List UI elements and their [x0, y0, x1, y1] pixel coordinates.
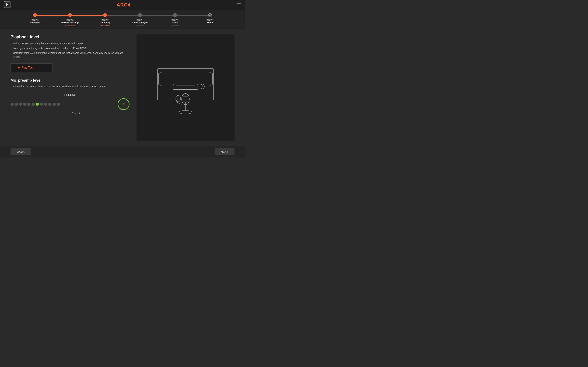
left-panel: Playback level Make sure you are in a qu… [10, 34, 137, 141]
step-number-2: STEP 2 [61, 19, 79, 21]
mic-preamp-title: Mic preamp level [10, 78, 130, 83]
step-name-4: Room Analysis [132, 21, 148, 24]
level-dot-9 [44, 103, 47, 106]
step-name-5: Save [172, 21, 179, 24]
level-dot-8 [40, 103, 43, 106]
step-status-4: Pending [132, 24, 148, 26]
play-test-button[interactable]: Play Test [10, 63, 52, 72]
setup-illustration [149, 58, 222, 117]
back-button[interactable]: BACK [10, 148, 31, 155]
mic-preamp-bullet: Adjust the Mic preamp level so that the … [10, 85, 130, 88]
svg-rect-2 [6, 3, 7, 6]
step-number-6: STEP 6 [207, 19, 214, 21]
play-icon [18, 67, 20, 69]
header: ARC4 [0, 0, 245, 10]
input-level-section: Input Level OK Correct [10, 93, 130, 115]
step-number-1: STEP 1 [30, 19, 40, 21]
step-name-3: Mic Setup [100, 21, 110, 24]
step-item-1[interactable]: STEP 1Welcome [17, 13, 52, 24]
level-dot-2 [15, 103, 18, 106]
playback-title: Playback level [10, 34, 130, 39]
svg-point-23 [176, 95, 181, 102]
next-button[interactable]: NEXT [215, 148, 234, 155]
level-dot-12 [57, 103, 60, 106]
app-title: ARC4 [117, 2, 130, 8]
correct-text: Correct [69, 112, 83, 115]
level-dot-11 [52, 103, 56, 106]
playback-bullet: Lower your monitoring to the minimum lev… [10, 47, 130, 50]
level-dots [10, 103, 114, 106]
playback-bullet: Gradually raise your monitoring level to… [10, 51, 130, 58]
step-name-6: Done [207, 21, 214, 24]
stepper: STEP 1WelcomeSTEP 2Hardware SetupComplet… [0, 10, 245, 29]
level-dot-6 [32, 103, 35, 106]
menu-button[interactable] [237, 3, 241, 6]
step-name-2: Hardware Setup [61, 21, 79, 24]
step-number-5: STEP 5 [172, 19, 179, 21]
footer: BACK NEXT [0, 146, 245, 158]
step-item-6[interactable]: STEP 6Done [192, 13, 227, 24]
playback-bullets: Make sure you are in a quiet environment… [10, 42, 130, 58]
svg-line-24 [184, 102, 185, 103]
level-dot-10 [48, 103, 52, 106]
illustration-panel [137, 34, 234, 141]
level-dot-4 [23, 103, 26, 106]
correct-label-row: Correct [10, 111, 130, 115]
logo [4, 1, 10, 8]
level-dot-5 [27, 103, 30, 106]
step-status-3: In Progress [100, 24, 110, 26]
ok-indicator: OK [118, 98, 130, 110]
step-number-4: STEP 4 [132, 19, 148, 21]
play-test-label: Play Test [22, 66, 34, 69]
svg-point-16 [179, 110, 192, 114]
correct-range: Correct [69, 111, 83, 115]
step-number-3: STEP 3 [100, 19, 110, 21]
mic-preamp-bullets: Adjust the Mic preamp level so that the … [10, 85, 130, 88]
playback-bullet: Make sure you are in a quiet environment… [10, 42, 130, 45]
level-meter-row: OK [10, 98, 130, 110]
level-dot-7 [36, 103, 39, 106]
level-dot-1 [10, 103, 14, 106]
input-level-label: Input Level [10, 93, 130, 96]
range-bar-right [83, 111, 83, 115]
level-dot-3 [19, 103, 22, 106]
step-name-1: Welcome [30, 21, 40, 24]
main-content: Playback level Make sure you are in a qu… [0, 29, 245, 146]
step-status-2: Completed [61, 24, 79, 26]
step-status-5: Pending [172, 24, 179, 26]
